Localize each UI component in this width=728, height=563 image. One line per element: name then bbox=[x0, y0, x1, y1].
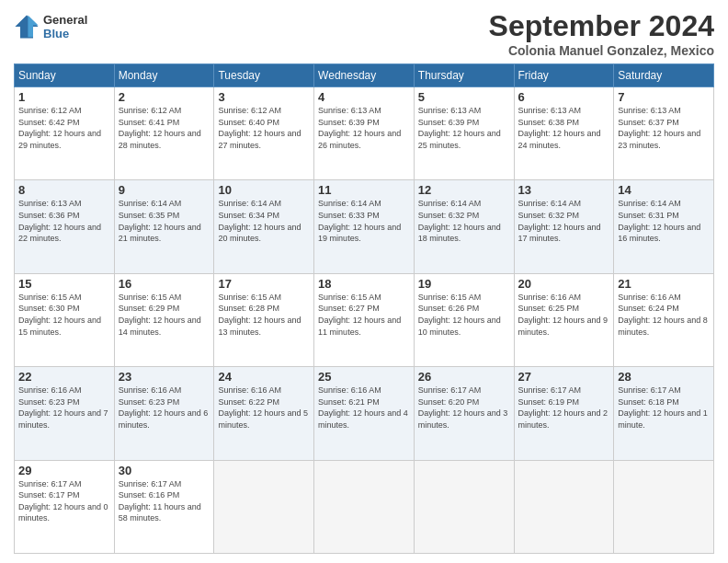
sunset-time: Sunset: 6:23 PM bbox=[119, 396, 210, 408]
sunrise-time: Sunrise: 6:15 AM bbox=[218, 292, 310, 304]
day-number: 21 bbox=[618, 277, 710, 291]
daylight-hours: Daylight: 12 hours and 5 minutes. bbox=[218, 408, 310, 431]
sunset-time: Sunset: 6:29 PM bbox=[119, 303, 210, 315]
calendar-cell: 9 Sunrise: 6:14 AM Sunset: 6:35 PM Dayli… bbox=[114, 180, 214, 273]
calendar-cell: 7 Sunrise: 6:13 AM Sunset: 6:37 PM Dayli… bbox=[614, 87, 714, 180]
daylight-hours: Daylight: 12 hours and 9 minutes. bbox=[518, 315, 610, 338]
day-info: Sunrise: 6:13 AM Sunset: 6:39 PM Dayligh… bbox=[318, 105, 410, 151]
sunrise-time: Sunrise: 6:13 AM bbox=[618, 105, 710, 117]
calendar-cell: 8 Sunrise: 6:13 AM Sunset: 6:36 PM Dayli… bbox=[15, 180, 115, 273]
sunrise-time: Sunrise: 6:17 AM bbox=[119, 478, 210, 490]
table-row: 1 Sunrise: 6:12 AM Sunset: 6:42 PM Dayli… bbox=[15, 87, 714, 180]
sunset-time: Sunset: 6:39 PM bbox=[418, 117, 510, 129]
calendar-cell bbox=[214, 460, 314, 553]
daylight-hours: Daylight: 12 hours and 29 minutes. bbox=[18, 128, 110, 151]
daylight-hours: Daylight: 12 hours and 13 minutes. bbox=[218, 315, 310, 338]
sunrise-time: Sunrise: 6:16 AM bbox=[318, 385, 410, 396]
day-info: Sunrise: 6:16 AM Sunset: 6:24 PM Dayligh… bbox=[618, 292, 710, 338]
sunset-time: Sunset: 6:21 PM bbox=[318, 396, 410, 408]
sunset-time: Sunset: 6:27 PM bbox=[318, 303, 410, 315]
sunrise-time: Sunrise: 6:15 AM bbox=[119, 292, 210, 304]
day-number: 6 bbox=[518, 90, 610, 104]
sunrise-time: Sunrise: 6:14 AM bbox=[618, 198, 710, 210]
calendar-cell: 21 Sunrise: 6:16 AM Sunset: 6:24 PM Dayl… bbox=[614, 273, 714, 366]
calendar-cell: 1 Sunrise: 6:12 AM Sunset: 6:42 PM Dayli… bbox=[15, 87, 115, 180]
daylight-hours: Daylight: 12 hours and 10 minutes. bbox=[418, 315, 510, 338]
daylight-hours: Daylight: 12 hours and 4 minutes. bbox=[318, 408, 410, 431]
day-number: 2 bbox=[119, 90, 210, 104]
calendar-cell: 15 Sunrise: 6:15 AM Sunset: 6:30 PM Dayl… bbox=[15, 273, 115, 366]
day-info: Sunrise: 6:16 AM Sunset: 6:21 PM Dayligh… bbox=[318, 385, 410, 431]
sunrise-time: Sunrise: 6:14 AM bbox=[518, 198, 610, 210]
sunrise-time: Sunrise: 6:14 AM bbox=[318, 198, 410, 210]
sunrise-time: Sunrise: 6:16 AM bbox=[618, 292, 710, 304]
sunrise-time: Sunrise: 6:14 AM bbox=[119, 198, 210, 210]
day-info: Sunrise: 6:17 AM Sunset: 6:20 PM Dayligh… bbox=[418, 385, 510, 431]
day-number: 3 bbox=[218, 90, 310, 104]
day-number: 20 bbox=[518, 277, 610, 291]
sunrise-time: Sunrise: 6:16 AM bbox=[18, 385, 110, 396]
daylight-hours: Daylight: 12 hours and 21 minutes. bbox=[119, 222, 210, 245]
calendar-cell bbox=[514, 460, 614, 553]
calendar-cell: 5 Sunrise: 6:13 AM Sunset: 6:39 PM Dayli… bbox=[414, 87, 514, 180]
sunset-time: Sunset: 6:32 PM bbox=[518, 210, 610, 222]
sunset-time: Sunset: 6:31 PM bbox=[618, 210, 710, 222]
sunrise-time: Sunrise: 6:17 AM bbox=[518, 385, 610, 396]
sunset-time: Sunset: 6:30 PM bbox=[18, 303, 110, 315]
calendar-cell: 22 Sunrise: 6:16 AM Sunset: 6:23 PM Dayl… bbox=[15, 367, 115, 460]
day-number: 19 bbox=[418, 277, 510, 291]
day-number: 28 bbox=[618, 370, 710, 384]
col-saturday: Saturday bbox=[614, 64, 714, 87]
calendar-table: Sunday Monday Tuesday Wednesday Thursday… bbox=[14, 63, 714, 554]
sunset-time: Sunset: 6:42 PM bbox=[18, 117, 110, 129]
calendar-cell: 17 Sunrise: 6:15 AM Sunset: 6:28 PM Dayl… bbox=[214, 273, 314, 366]
day-info: Sunrise: 6:15 AM Sunset: 6:29 PM Dayligh… bbox=[119, 292, 210, 338]
sunset-time: Sunset: 6:35 PM bbox=[119, 210, 210, 222]
day-number: 13 bbox=[518, 183, 610, 197]
col-thursday: Thursday bbox=[414, 64, 514, 87]
day-number: 4 bbox=[318, 90, 410, 104]
day-info: Sunrise: 6:14 AM Sunset: 6:32 PM Dayligh… bbox=[418, 198, 510, 244]
daylight-hours: Daylight: 12 hours and 1 minute. bbox=[618, 408, 710, 431]
sunset-time: Sunset: 6:16 PM bbox=[119, 489, 210, 501]
day-number: 10 bbox=[218, 183, 310, 197]
col-tuesday: Tuesday bbox=[214, 64, 314, 87]
daylight-hours: Daylight: 12 hours and 26 minutes. bbox=[318, 128, 410, 151]
sunrise-time: Sunrise: 6:15 AM bbox=[418, 292, 510, 304]
sunset-time: Sunset: 6:37 PM bbox=[618, 117, 710, 129]
col-wednesday: Wednesday bbox=[314, 64, 415, 87]
day-number: 30 bbox=[119, 464, 210, 477]
daylight-hours: Daylight: 12 hours and 19 minutes. bbox=[318, 222, 410, 245]
calendar-cell: 30 Sunrise: 6:17 AM Sunset: 6:16 PM Dayl… bbox=[114, 460, 214, 553]
location-subtitle: Colonia Manuel Gonzalez, Mexico bbox=[489, 43, 714, 58]
sunset-time: Sunset: 6:26 PM bbox=[418, 303, 510, 315]
day-info: Sunrise: 6:14 AM Sunset: 6:35 PM Dayligh… bbox=[119, 198, 210, 244]
day-number: 14 bbox=[618, 183, 710, 197]
daylight-hours: Daylight: 12 hours and 17 minutes. bbox=[518, 222, 610, 245]
daylight-hours: Daylight: 12 hours and 2 minutes. bbox=[518, 408, 610, 431]
sunset-time: Sunset: 6:41 PM bbox=[119, 117, 210, 129]
daylight-hours: Daylight: 12 hours and 23 minutes. bbox=[618, 128, 710, 151]
sunset-time: Sunset: 6:34 PM bbox=[218, 210, 310, 222]
daylight-hours: Daylight: 12 hours and 11 minutes. bbox=[318, 315, 410, 338]
sunset-time: Sunset: 6:38 PM bbox=[518, 117, 610, 129]
day-number: 23 bbox=[119, 370, 210, 384]
page: General Blue September 2024 Colonia Manu… bbox=[0, 0, 728, 563]
day-info: Sunrise: 6:15 AM Sunset: 6:27 PM Dayligh… bbox=[318, 292, 410, 338]
day-info: Sunrise: 6:12 AM Sunset: 6:41 PM Dayligh… bbox=[119, 105, 210, 151]
month-title: September 2024 bbox=[489, 9, 714, 43]
sunset-time: Sunset: 6:22 PM bbox=[218, 396, 310, 408]
day-number: 7 bbox=[618, 90, 710, 104]
calendar-cell: 20 Sunrise: 6:16 AM Sunset: 6:25 PM Dayl… bbox=[514, 273, 614, 366]
day-info: Sunrise: 6:17 AM Sunset: 6:17 PM Dayligh… bbox=[18, 478, 110, 524]
calendar-cell: 27 Sunrise: 6:17 AM Sunset: 6:19 PM Dayl… bbox=[514, 367, 614, 460]
calendar-cell bbox=[314, 460, 415, 553]
day-number: 12 bbox=[418, 183, 510, 197]
day-info: Sunrise: 6:14 AM Sunset: 6:33 PM Dayligh… bbox=[318, 198, 410, 244]
sunrise-time: Sunrise: 6:17 AM bbox=[418, 385, 510, 396]
sunrise-time: Sunrise: 6:15 AM bbox=[18, 292, 110, 304]
day-info: Sunrise: 6:12 AM Sunset: 6:40 PM Dayligh… bbox=[218, 105, 310, 151]
day-info: Sunrise: 6:15 AM Sunset: 6:28 PM Dayligh… bbox=[218, 292, 310, 338]
sunrise-time: Sunrise: 6:16 AM bbox=[218, 385, 310, 396]
day-info: Sunrise: 6:14 AM Sunset: 6:31 PM Dayligh… bbox=[618, 198, 710, 244]
